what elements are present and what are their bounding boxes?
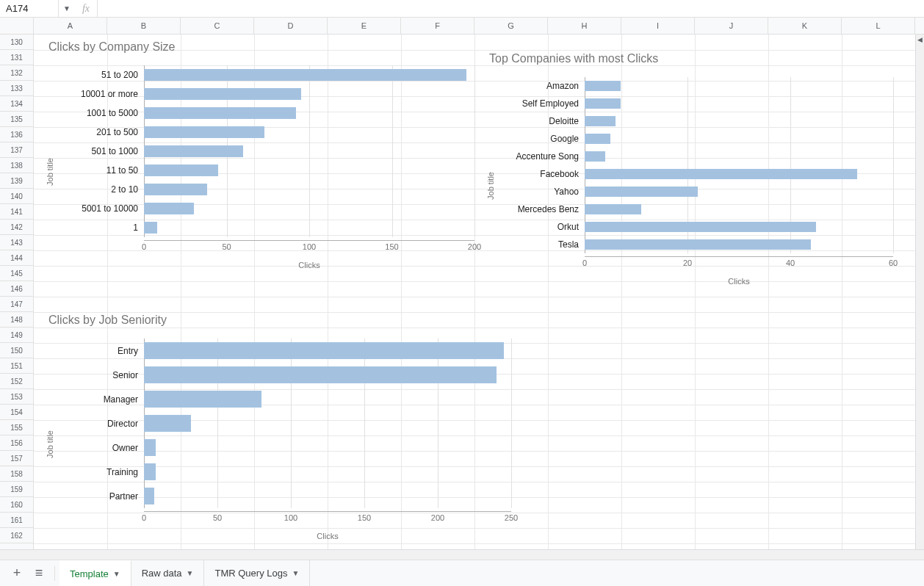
bar-fill (144, 69, 466, 81)
horizontal-scrollbar[interactable] (0, 549, 924, 560)
row-header[interactable]: 160 (0, 497, 33, 513)
sheet-tab-menu-icon[interactable]: ▼ (113, 570, 120, 578)
bar-category-label: Partner (63, 491, 144, 502)
select-all-corner[interactable] (0, 18, 34, 35)
add-sheet-button[interactable]: + (6, 563, 28, 585)
row-header[interactable]: 156 (0, 435, 33, 451)
bar-fill (585, 204, 641, 214)
row-header[interactable]: 153 (0, 389, 33, 405)
spreadsheet-grid: ABCDEFGHIJKL 130131132133134135136137138… (0, 18, 924, 560)
cells-area[interactable]: Clicks by Company SizeJob title51 to 200… (34, 35, 924, 549)
bar-category-label: Director (63, 419, 144, 429)
bar-category-label: Self Employed (504, 98, 585, 109)
sheet-tab[interactable]: Template▼ (59, 560, 131, 587)
sheet-tab[interactable]: TMR Query Logs▼ (204, 560, 310, 587)
row-header[interactable]: 150 (0, 343, 33, 358)
row-header[interactable]: 157 (0, 451, 33, 466)
row-header[interactable]: 144 (0, 250, 33, 266)
row-header[interactable]: 134 (0, 96, 33, 112)
row-header[interactable]: 152 (0, 374, 33, 389)
row-header[interactable]: 147 (0, 297, 33, 312)
row-header[interactable]: 154 (0, 405, 33, 420)
x-tick-label: 50 (222, 242, 231, 251)
row-header[interactable]: 139 (0, 173, 33, 189)
column-header[interactable]: I (621, 18, 695, 34)
row-header[interactable]: 155 (0, 420, 33, 435)
all-sheets-button[interactable]: ≡ (28, 563, 50, 585)
sheet-tab-label: TMR Query Logs (214, 568, 287, 579)
vertical-scrollbar[interactable]: ◀ (915, 35, 924, 549)
bar-category-label: 2 to 10 (63, 184, 144, 195)
column-header[interactable]: J (695, 18, 768, 34)
row-header[interactable]: 162 (0, 528, 33, 543)
row-header[interactable]: 159 (0, 482, 33, 497)
chart-ylabel: Job title (486, 172, 495, 200)
name-box-dropdown-icon[interactable]: ▼ (59, 4, 75, 12)
bar-fill (585, 239, 811, 250)
sheet-tab[interactable]: Raw data▼ (131, 560, 205, 587)
bar-category-label: 51 to 200 (63, 70, 144, 80)
bar-category-label: 10001 or more (63, 89, 144, 99)
chart-title: Top Companies with most Clicks (489, 52, 915, 65)
tabs-divider (54, 566, 55, 581)
chart-clicks_by_seniority[interactable]: Clicks by Job SeniorityJob titleEntrySen… (48, 314, 482, 540)
scroll-left-icon[interactable]: ◀ (917, 36, 923, 43)
row-header[interactable]: 161 (0, 513, 33, 528)
name-box[interactable]: A174 (0, 0, 59, 17)
bar-category-label: 1 (63, 223, 144, 233)
row-header[interactable]: 135 (0, 112, 33, 127)
x-tick-label: 100 (284, 513, 297, 522)
bar-category-label: 1001 to 5000 (63, 108, 144, 118)
column-header[interactable]: A (34, 18, 107, 34)
bar-category-label: Owner (63, 443, 144, 453)
chart-clicks_by_company_size[interactable]: Clicks by Company SizeJob title51 to 200… (48, 40, 482, 270)
column-header[interactable]: B (107, 18, 181, 34)
column-header[interactable]: H (548, 18, 621, 34)
row-header[interactable]: 142 (0, 220, 33, 235)
bar-category-label: Yahoo (504, 187, 585, 197)
row-header[interactable]: 145 (0, 266, 33, 281)
row-header[interactable]: 133 (0, 81, 33, 96)
row-header[interactable]: 136 (0, 127, 33, 142)
bar-fill (144, 203, 194, 214)
row-header[interactable]: 137 (0, 142, 33, 158)
chart-top_companies[interactable]: Top Companies with most ClicksJob titleA… (489, 52, 915, 286)
chart-xlabel: Clicks (144, 261, 474, 270)
sheet-tabs-list: Template▼Raw data▼TMR Query Logs▼ (59, 560, 310, 587)
row-header[interactable]: 151 (0, 358, 33, 374)
row-header[interactable]: 143 (0, 235, 33, 250)
column-header[interactable]: K (768, 18, 842, 34)
row-header[interactable]: 138 (0, 158, 33, 173)
x-tick-label: 0 (582, 258, 587, 267)
column-header[interactable]: G (474, 18, 548, 34)
bar-category-label: 11 to 50 (63, 165, 144, 176)
bar-fill (144, 439, 156, 456)
column-headers: ABCDEFGHIJKL (34, 18, 924, 35)
column-header[interactable]: E (328, 18, 401, 34)
chart-title: Clicks by Job Seniority (48, 314, 482, 327)
row-header[interactable]: 148 (0, 312, 33, 328)
column-header[interactable]: C (181, 18, 254, 34)
row-header[interactable]: 146 (0, 281, 33, 297)
column-header[interactable]: L (842, 18, 915, 34)
sheet-tab-menu-icon[interactable]: ▼ (187, 569, 194, 577)
sheet-tab-label: Raw data (142, 568, 182, 579)
row-header[interactable]: 130 (0, 35, 33, 50)
row-header[interactable]: 141 (0, 204, 33, 220)
row-header[interactable]: 158 (0, 466, 33, 482)
formula-input[interactable] (98, 0, 924, 17)
sheet-tab-menu-icon[interactable]: ▼ (292, 569, 299, 577)
bar-fill (144, 88, 301, 100)
row-header[interactable]: 131 (0, 50, 33, 65)
row-header[interactable]: 149 (0, 328, 33, 343)
x-tick-label: 50 (213, 513, 222, 522)
bar-fill (585, 151, 605, 162)
bar-fill (144, 164, 218, 176)
row-header[interactable]: 132 (0, 65, 33, 81)
column-header[interactable]: F (401, 18, 474, 34)
x-tick-label: 200 (468, 242, 481, 251)
bar-fill (144, 107, 296, 119)
chart-xlabel: Clicks (585, 277, 893, 286)
row-header[interactable]: 140 (0, 189, 33, 204)
column-header[interactable]: D (254, 18, 328, 34)
